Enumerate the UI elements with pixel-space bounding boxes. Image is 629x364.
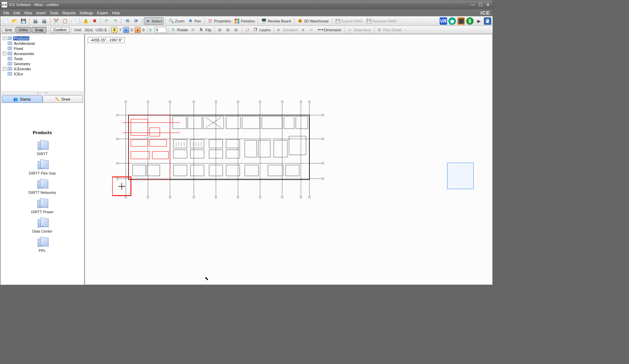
cut-button[interactable]: ✂️ [52, 17, 60, 25]
finishes-button[interactable]: Finishes [233, 17, 256, 25]
product-item-networks[interactable]: DIRTT Networks [29, 179, 56, 195]
align-2-button[interactable]: ▦ [225, 26, 232, 34]
select-button[interactable]: ➤Select [144, 17, 164, 25]
expand-icon[interactable]: + [3, 52, 6, 55]
tree-item-architectural[interactable]: Architectural [2, 41, 83, 46]
splitter[interactable]: ▴ ···· ▾ [0, 92, 84, 94]
product-item-data-center[interactable]: Data Center [32, 218, 52, 233]
align-3-button[interactable]: ▦ [233, 26, 240, 34]
book-icon [7, 36, 12, 40]
open-button[interactable]: 📂 [11, 17, 19, 25]
refresh-button[interactable]: ⟲ [123, 17, 131, 25]
delete-button[interactable]: ✖ [90, 17, 99, 25]
pricing-button[interactable]: $ [466, 17, 474, 25]
monitor-button[interactable]: 🖥 [484, 17, 491, 25]
print-button[interactable]: 🖨️ [31, 17, 39, 25]
reload-button[interactable]: ⟳ [132, 17, 140, 25]
flip-h-button[interactable]: ⇄ [190, 26, 198, 34]
globe-button[interactable]: ◉ [448, 17, 456, 25]
expand-button[interactable]: ▸ [475, 17, 482, 25]
copy-button[interactable]: 📋 [61, 17, 69, 25]
extra-icon: ▫ [405, 28, 410, 32]
menu-insert[interactable]: Insert [34, 10, 48, 16]
elev-nav-button[interactable]: ◈ [300, 26, 308, 34]
section-button[interactable]: ⚔ [308, 26, 316, 34]
menu-settings[interactable]: Settings [78, 10, 95, 16]
svg-point-27 [169, 101, 171, 103]
cost-help-button[interactable]: $ [111, 27, 117, 33]
product-item-dirtt[interactable]: DIRTT [36, 141, 49, 156]
product-label: DIRTT Power [31, 210, 53, 214]
snap-toggle[interactable]: Snap [32, 27, 47, 33]
dimension-button[interactable]: ⟷Dimension [317, 26, 343, 34]
product-label: DIRTT [37, 152, 48, 156]
expand-icon[interactable]: + [3, 36, 6, 40]
redo-button[interactable]: ↷ [111, 17, 119, 25]
tab-stamp[interactable]: 👥 Stamp [2, 95, 42, 103]
count-b-button[interactable]: ⬥ [135, 27, 141, 33]
layers-button[interactable]: ❐Layers [252, 26, 272, 34]
rotate-button[interactable]: ⟲Rotate [170, 26, 189, 34]
pencil-icon: ✏️ [55, 97, 60, 102]
expand-icon[interactable]: + [3, 67, 6, 71]
tab-draw[interactable]: ✏️ Draw [42, 95, 83, 103]
properties-button[interactable]: ☰Properties [206, 17, 232, 25]
delta-input[interactable]: 0 [155, 27, 166, 33]
paste-button[interactable]: 📄 [70, 17, 78, 25]
tree-item-accessories[interactable]: + Accessories [2, 51, 83, 56]
menu-reports[interactable]: Reports [61, 10, 78, 16]
product-item-flex-gas[interactable]: DIRTT Flex Gas [29, 160, 56, 175]
flip-button[interactable]: ⇅Flip [198, 26, 213, 34]
tree-item-fixed[interactable]: Fixed [2, 46, 83, 51]
maximize-button[interactable]: ☐ [477, 2, 484, 7]
tree-item-icerender[interactable]: + ICErender [2, 66, 83, 71]
vr-button[interactable]: VR [440, 17, 447, 25]
count-a-button[interactable]: ⬥ [123, 27, 129, 33]
svg-rect-86 [173, 150, 187, 158]
export-dwg-button[interactable]: 💾Export DWG [334, 17, 364, 25]
review-board-button[interactable]: 🖥️Review Board [260, 17, 292, 25]
canvas[interactable]: -4205.15", -1997.6" [85, 34, 493, 285]
undo-button[interactable]: ↶ [102, 17, 111, 25]
tree-item-products[interactable]: + Products [2, 36, 83, 41]
elevation-button[interactable]: ◈Elevation [276, 26, 300, 34]
menu-help[interactable]: Help [110, 10, 122, 16]
menu-expert[interactable]: Expert [95, 10, 110, 16]
print-area-button[interactable]: 🖨️ [40, 17, 48, 25]
product-item-ppl[interactable]: PPL [36, 237, 49, 253]
package-button[interactable]: ⬛ [457, 17, 465, 25]
grid-toggle[interactable]: Grid [2, 27, 15, 33]
confirm-button[interactable]: Confirm [50, 27, 70, 33]
tree-item-icevr[interactable]: ICEvr [2, 71, 83, 76]
product-item-power[interactable]: DIRTT Power [31, 199, 53, 214]
draw-area-button[interactable]: ▭Draw Area [346, 26, 372, 34]
svg-rect-92 [226, 150, 240, 158]
layers-button-a[interactable]: ❏ [244, 26, 252, 34]
plan-detail-button[interactable]: ⊞Plan Detail [376, 26, 403, 34]
detail-extra-button[interactable]: ▫ [404, 26, 411, 34]
remove-dwg-button[interactable]: 💾Remove DWG [365, 17, 398, 25]
product-label: Data Center [32, 229, 52, 233]
tree-item-tools[interactable]: Tools [2, 56, 83, 61]
minimap[interactable] [447, 163, 474, 189]
align-1-button[interactable]: ▦ [217, 26, 224, 34]
menu-file[interactable]: File [1, 10, 12, 16]
unit-value[interactable]: D(in) [84, 28, 94, 32]
tree-view[interactable]: + Products Architectural Fixed + [0, 34, 84, 92]
currency-value[interactable]: USD $ [95, 28, 107, 32]
warning-button[interactable]: ⚠️ [82, 17, 90, 25]
pan-button[interactable]: ✥Pan [187, 17, 203, 25]
zoom-button[interactable]: 🔍Zoom [167, 17, 186, 25]
minimize-button[interactable]: — [470, 2, 476, 7]
floorplan-drawing[interactable] [112, 99, 333, 207]
save-button[interactable]: 💾 [19, 17, 28, 25]
tree-item-geometry[interactable]: Geometry [2, 61, 83, 66]
menu-edit[interactable]: Edit [12, 10, 22, 16]
new-button[interactable]: 📄 [2, 17, 10, 25]
svg-rect-3 [237, 21, 239, 23]
close-button[interactable]: ✕ [485, 2, 491, 7]
ortho-toggle[interactable]: Ortho [16, 27, 31, 33]
warehouse-button[interactable]: ⬢3D Warehouse [296, 17, 330, 25]
menu-tools[interactable]: Tools [48, 10, 61, 16]
menu-view[interactable]: View [22, 10, 34, 16]
